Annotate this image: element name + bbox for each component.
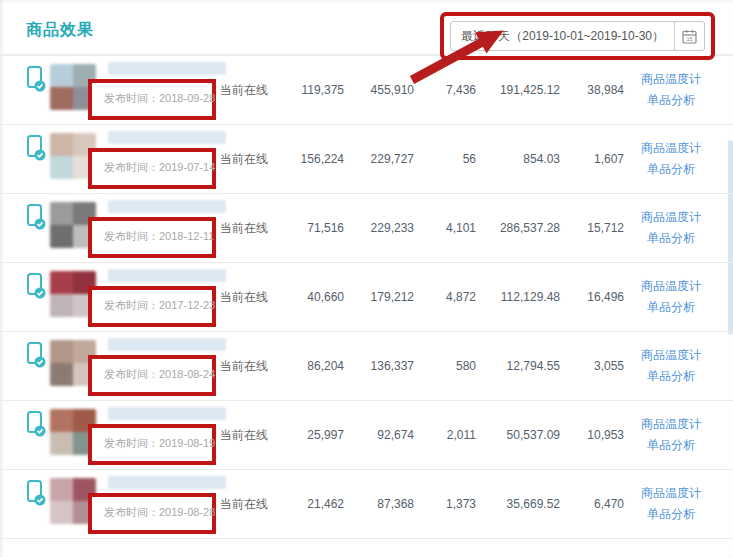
- product-table: 发布时间：2018-09-28 当前在线 119,375 455,910 7,4…: [0, 56, 733, 539]
- publish-date-label: 发布时间：: [104, 161, 159, 173]
- product-title-blurred: [108, 476, 226, 489]
- status-label: 当前在线: [220, 82, 282, 99]
- metric-value: 56: [414, 152, 476, 166]
- product-title-blurred: [108, 407, 226, 420]
- metric-value: 25,997: [282, 428, 344, 442]
- link-product-thermometer[interactable]: 商品温度计: [624, 483, 718, 504]
- header: 商品效果 最近30天（2019-10-01~2019-10-30） 15: [0, 0, 733, 56]
- row-actions: 商品温度计 单品分析: [624, 138, 718, 180]
- publish-date-value: 2019-07-14: [159, 161, 215, 173]
- metric-value: 2,011: [414, 428, 476, 442]
- metric-value: 229,233: [344, 221, 414, 235]
- publish-date-label: 发布时间：: [104, 368, 159, 380]
- metric-value: 21,462: [282, 497, 344, 511]
- link-product-thermometer[interactable]: 商品温度计: [624, 414, 718, 435]
- device-icon-cell: [26, 263, 50, 305]
- metric-value: 40,660: [282, 290, 344, 304]
- thumb-block: [50, 225, 73, 248]
- metric-value: 286,537.28: [476, 221, 560, 235]
- table-row: 发布时间：2017-12-23 当前在线 40,660 179,212 4,87…: [0, 263, 733, 332]
- metric-value: 86,204: [282, 359, 344, 373]
- product-info: 发布时间：2019-08-28: [100, 470, 220, 534]
- calendar-button[interactable]: 15: [674, 22, 704, 50]
- link-single-product-analysis[interactable]: 单品分析: [624, 90, 718, 111]
- link-product-thermometer[interactable]: 商品温度计: [624, 345, 718, 366]
- status-label: 当前在线: [220, 496, 282, 513]
- mobile-verified-icon: [26, 66, 46, 94]
- link-single-product-analysis[interactable]: 单品分析: [624, 504, 718, 525]
- status-label: 当前在线: [220, 427, 282, 444]
- metric-value: 87,368: [344, 497, 414, 511]
- product-info: 发布时间：2018-08-24: [100, 332, 220, 396]
- publish-date-label: 发布时间：: [104, 299, 159, 311]
- product-title-blurred: [108, 269, 226, 282]
- link-single-product-analysis[interactable]: 单品分析: [624, 159, 718, 180]
- mobile-verified-icon: [26, 480, 46, 508]
- device-icon-cell: [26, 125, 50, 167]
- red-highlight-box-publish-date: 发布时间：2019-08-28: [88, 493, 216, 534]
- metric-value: 6,470: [560, 497, 624, 511]
- mobile-verified-icon: [26, 204, 46, 232]
- metric-value: 38,984: [560, 83, 624, 97]
- link-single-product-analysis[interactable]: 单品分析: [624, 366, 718, 387]
- metric-value: 156,224: [282, 152, 344, 166]
- metric-value: 1,607: [560, 152, 624, 166]
- thumb-block: [50, 432, 73, 455]
- table-row: 发布时间：2019-08-19 当前在线 25,997 92,674 2,011…: [0, 401, 733, 470]
- publish-date-label: 发布时间：: [104, 92, 159, 104]
- status-label: 当前在线: [220, 358, 282, 375]
- metric-value: 16,496: [560, 290, 624, 304]
- publish-date-label: 发布时间：: [104, 506, 159, 518]
- thumb-block: [50, 409, 73, 432]
- table-row: 发布时间：2018-12-11 当前在线 71,516 229,233 4,10…: [0, 194, 733, 263]
- metric-value: 119,375: [282, 83, 344, 97]
- metric-value: 136,337: [344, 359, 414, 373]
- link-single-product-analysis[interactable]: 单品分析: [624, 297, 718, 318]
- thumb-block: [50, 87, 73, 110]
- row-actions: 商品温度计 单品分析: [624, 483, 718, 525]
- status-label: 当前在线: [220, 151, 282, 168]
- link-single-product-analysis[interactable]: 单品分析: [624, 435, 718, 456]
- thumb-block: [50, 294, 73, 317]
- table-row: 发布时间：2018-08-24 当前在线 86,204 136,337 580 …: [0, 332, 733, 401]
- metric-value: 3,055: [560, 359, 624, 373]
- link-single-product-analysis[interactable]: 单品分析: [624, 228, 718, 249]
- link-product-thermometer[interactable]: 商品温度计: [624, 138, 718, 159]
- mobile-verified-icon: [26, 135, 46, 163]
- red-highlight-box-publish-date: 发布时间：2019-07-14: [88, 148, 216, 189]
- metric-value: 12,794.55: [476, 359, 560, 373]
- thumb-block: [50, 133, 73, 156]
- thumb-block: [50, 363, 73, 386]
- metric-value: 854.03: [476, 152, 560, 166]
- metric-value: 4,101: [414, 221, 476, 235]
- device-icon-cell: [26, 470, 50, 512]
- table-row: 发布时间：2019-08-28 当前在线 21,462 87,368 1,373…: [0, 470, 733, 539]
- red-highlight-box-publish-date: 发布时间：2018-12-11: [88, 217, 216, 258]
- product-performance-panel: 商品效果 最近30天（2019-10-01~2019-10-30） 15: [0, 0, 733, 557]
- metric-value: 4,872: [414, 290, 476, 304]
- link-product-thermometer[interactable]: 商品温度计: [624, 276, 718, 297]
- publish-date-label: 发布时间：: [104, 437, 159, 449]
- thumb-block: [50, 271, 73, 294]
- publish-date-value: 2018-09-28: [159, 92, 215, 104]
- mobile-verified-icon: [26, 411, 46, 439]
- metric-value: 71,516: [282, 221, 344, 235]
- product-info: 发布时间：2018-12-11: [100, 194, 220, 258]
- metric-value: 112,129.48: [476, 290, 560, 304]
- table-row: 发布时间：2018-09-28 当前在线 119,375 455,910 7,4…: [0, 56, 733, 125]
- row-actions: 商品温度计 单品分析: [624, 207, 718, 249]
- status-label: 当前在线: [220, 289, 282, 306]
- thumb-block: [50, 340, 73, 363]
- link-product-thermometer[interactable]: 商品温度计: [624, 207, 718, 228]
- svg-text:15: 15: [686, 36, 692, 42]
- red-highlight-box-publish-date: 发布时间：2017-12-23: [88, 286, 216, 327]
- link-product-thermometer[interactable]: 商品温度计: [624, 69, 718, 90]
- thumb-block: [50, 156, 73, 179]
- red-highlight-box-publish-date: 发布时间：2018-08-24: [88, 355, 216, 396]
- page-title: 商品效果: [26, 12, 94, 41]
- metric-value: 229,727: [344, 152, 414, 166]
- publish-date-value: 2017-12-23: [159, 299, 215, 311]
- thumb-block: [50, 501, 73, 524]
- mobile-verified-icon: [26, 342, 46, 370]
- metric-value: 92,674: [344, 428, 414, 442]
